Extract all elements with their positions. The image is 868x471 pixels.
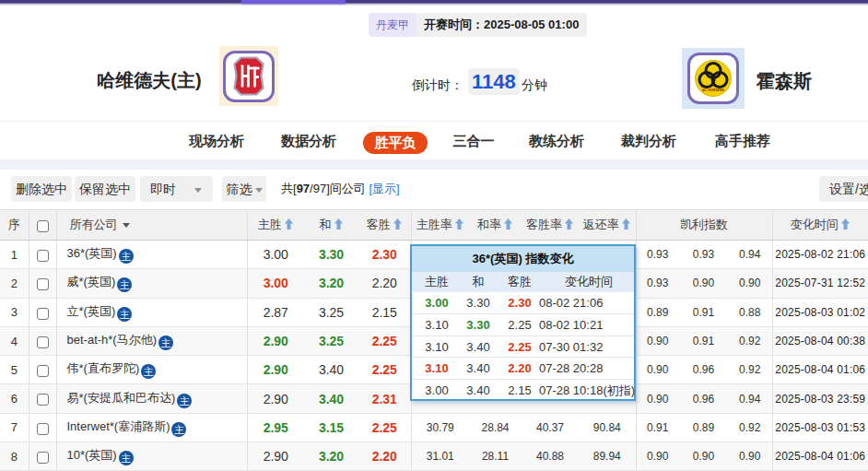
svg-text:AC HORSENS: AC HORSENS [702,88,725,92]
